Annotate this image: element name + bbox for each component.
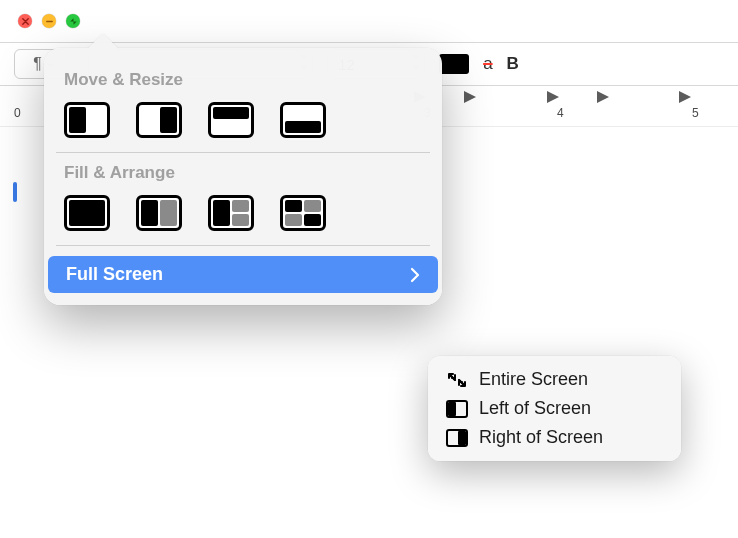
window-titlebar (0, 0, 738, 43)
strikethrough-button[interactable]: a (483, 54, 492, 74)
submenu-item-entire-screen[interactable]: Entire Screen (436, 365, 673, 394)
section-title-fill-arrange: Fill & Arrange (64, 163, 426, 183)
tile-bottom-half-icon[interactable] (280, 102, 326, 138)
window-tiling-popover: Move & Resize Fill & Arrange Full Screen (44, 48, 442, 305)
fill-screen-icon[interactable] (64, 195, 110, 231)
zoom-window-button[interactable] (66, 14, 80, 28)
fill-arrange-options (60, 195, 426, 231)
fullscreen-icon (69, 17, 78, 26)
arrange-left-stack-icon[interactable] (208, 195, 254, 231)
full-screen-submenu: Entire Screen Left of Screen Right of Sc… (428, 356, 681, 461)
ruler-number: 0 (14, 106, 21, 120)
divider (56, 152, 430, 153)
screen-left-icon (446, 400, 468, 418)
tile-left-half-icon[interactable] (64, 102, 110, 138)
submenu-item-right-of-screen[interactable]: Right of Screen (436, 423, 673, 452)
bold-button[interactable]: B (507, 54, 519, 74)
submenu-item-label: Entire Screen (479, 369, 588, 390)
tab-marker-icon[interactable] (463, 90, 477, 104)
submenu-item-label: Right of Screen (479, 427, 603, 448)
pilcrow-icon: ¶ (33, 55, 42, 73)
divider (56, 245, 430, 246)
tab-marker-icon[interactable] (596, 90, 610, 104)
close-window-button[interactable] (18, 14, 32, 28)
submenu-item-left-of-screen[interactable]: Left of Screen (436, 394, 673, 423)
section-title-move-resize: Move & Resize (64, 70, 426, 90)
traffic-lights (18, 14, 80, 28)
strikethrough-icon: a (483, 54, 492, 73)
expand-arrows-icon (446, 371, 468, 389)
tile-top-half-icon[interactable] (208, 102, 254, 138)
tile-right-half-icon[interactable] (136, 102, 182, 138)
text-color-swatch[interactable] (439, 54, 469, 74)
submenu-item-label: Left of Screen (479, 398, 591, 419)
text-cursor (13, 182, 17, 202)
tab-marker-icon[interactable] (678, 90, 692, 104)
full-screen-label: Full Screen (66, 264, 163, 285)
full-screen-menu-item[interactable]: Full Screen (48, 256, 438, 293)
chevron-right-icon (410, 267, 420, 283)
close-icon (21, 17, 30, 26)
ruler-number: 4 (557, 106, 564, 120)
minimize-icon (45, 17, 54, 26)
ruler-number: 5 (692, 106, 699, 120)
screen-right-icon (446, 429, 468, 447)
minimize-window-button[interactable] (42, 14, 56, 28)
move-resize-options (60, 102, 426, 138)
tab-marker-icon[interactable] (546, 90, 560, 104)
arrange-left-main-icon[interactable] (136, 195, 182, 231)
arrange-quadrants-icon[interactable] (280, 195, 326, 231)
